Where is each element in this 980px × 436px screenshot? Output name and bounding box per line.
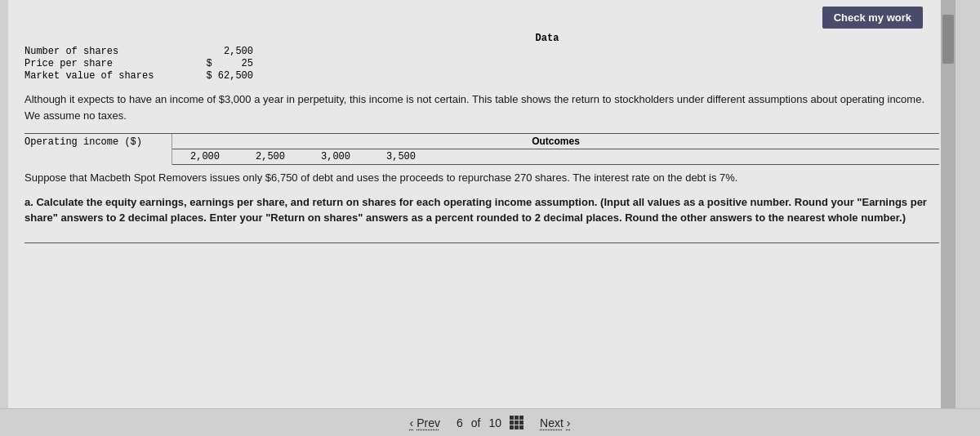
outcome-col-2: 2,500	[238, 151, 303, 162]
check-my-work-button[interactable]: Check my work	[822, 7, 923, 29]
market-label: Market value of shares	[24, 70, 188, 82]
content-area: Check my work Data Number of shares 2,50…	[8, 0, 956, 408]
scrollbar[interactable]	[941, 0, 956, 408]
paragraph1-text: Although it expects to have an income of…	[24, 91, 939, 123]
data-row-shares: Number of shares 2,500	[24, 46, 939, 57]
next-button[interactable]: Next ›	[540, 416, 570, 429]
data-table-header: Data	[155, 33, 939, 44]
shares-value: 2,500	[188, 46, 253, 57]
page-info: 6 of 10	[457, 416, 523, 429]
next-label: Next	[540, 416, 564, 429]
current-page: 6	[457, 416, 463, 429]
total-pages: 10	[488, 416, 501, 429]
divider	[24, 242, 939, 243]
outcome-col-4: 3,500	[368, 151, 434, 162]
outcomes-section: Operating income ($) Outcomes 2,000 2,50…	[24, 133, 939, 165]
shares-label: Number of shares	[24, 46, 188, 57]
data-table: Data Number of shares 2,500 Price per sh…	[24, 33, 939, 82]
grid-icon[interactable]	[510, 416, 523, 429]
scrollbar-thumb[interactable]	[942, 15, 954, 64]
data-row-price: Price per share $ 25	[24, 58, 939, 69]
prev-label: Prev	[416, 416, 440, 429]
main-container: Check my work Data Number of shares 2,50…	[0, 0, 980, 436]
op-income-label: Operating income ($)	[24, 134, 172, 165]
outcomes-header: Outcomes	[172, 134, 939, 149]
suppose-text: Suppose that Macbeth Spot Removers issue…	[24, 170, 939, 186]
of-label: of	[471, 416, 481, 429]
instructions-text: a. Calculate the equity earnings, earnin…	[24, 194, 939, 226]
data-row-market: Market value of shares $ 62,500	[24, 70, 939, 82]
bottom-nav: ‹ Prev 6 of 10 Next ›	[0, 408, 980, 436]
price-value: $ 25	[188, 58, 253, 69]
outcome-col-3: 3,000	[303, 151, 368, 162]
prev-chevron-icon: ‹	[410, 416, 414, 429]
market-value: $ 62,500	[188, 70, 253, 82]
prev-button[interactable]: ‹ Prev	[410, 416, 440, 429]
outcome-col-1: 2,000	[172, 151, 238, 162]
price-label: Price per share	[24, 58, 188, 69]
next-chevron-icon: ›	[567, 416, 571, 429]
